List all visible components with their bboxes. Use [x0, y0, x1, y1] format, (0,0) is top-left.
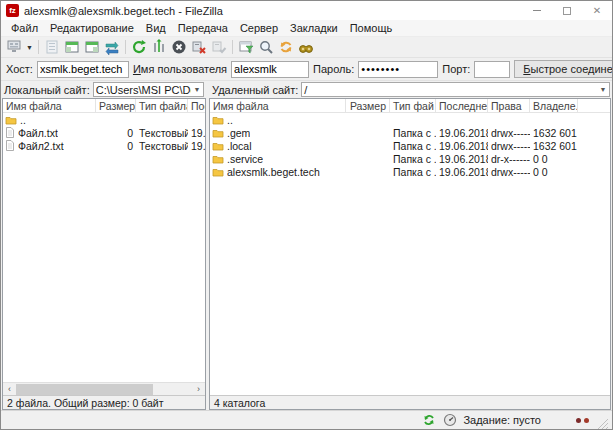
remote-site-bar: Удаленный сайт: / ▼	[206, 82, 612, 97]
host-label: Хост:	[6, 63, 33, 75]
table-row[interactable]: alexsmlk.beget.tech Папка с ... 19.06.20…	[210, 165, 610, 178]
maximize-icon	[563, 7, 571, 15]
reconnect-icon[interactable]	[209, 38, 229, 56]
host-input[interactable]	[37, 61, 129, 78]
remote-list-header: Имя файла Размер Тип фай Последнее... Пр…	[210, 99, 610, 113]
quickconnect-button[interactable]: Быстрое соединение	[514, 60, 613, 78]
table-row[interactable]: ..	[210, 113, 610, 126]
filezilla-logo-icon: fz	[6, 4, 19, 17]
local-site-label: Локальный сайт:	[4, 84, 90, 96]
folder-icon	[212, 115, 224, 125]
quickconnect-bar: Хост: Имя пользователя Пароль: Порт: Быс…	[1, 58, 612, 81]
toggle-log-icon[interactable]	[42, 38, 62, 56]
scrollbar-thumb[interactable]	[16, 384, 153, 395]
remote-site-label: Удаленный сайт:	[212, 84, 298, 96]
remote-file-list[interactable]: .. .gem Папка с ... 19.06.2018 ... drwx-…	[210, 113, 610, 395]
remote-col-modified[interactable]: Последнее...	[436, 99, 488, 112]
disconnect-icon[interactable]	[189, 38, 209, 56]
chevron-down-icon[interactable]: ▼	[597, 86, 609, 93]
local-col-name[interactable]: Имя файла	[3, 99, 96, 112]
table-row[interactable]: ..	[3, 113, 205, 126]
titlebar: fz alexsmlk@alexsmlk.beget.tech - FileZi…	[1, 1, 612, 20]
remote-col-size[interactable]: Размер	[346, 99, 390, 112]
led-icon	[576, 418, 581, 423]
directory-compare-icon[interactable]	[256, 38, 276, 56]
maximize-button[interactable]	[552, 1, 582, 20]
table-row[interactable]: Файл2.txt 0 Текстовый ... 19.06.2018 16	[3, 139, 205, 152]
port-label: Порт:	[442, 63, 470, 75]
local-file-list[interactable]: .. Файл.txt 0 Текстовый ... 19.06.2018 1…	[3, 113, 205, 382]
menu-server[interactable]: Сервер	[234, 21, 284, 35]
local-horizontal-scrollbar[interactable]: ‹ ›	[3, 382, 205, 395]
table-row[interactable]: .service Папка с ... 19.06.2018 ... dr-x…	[210, 152, 610, 165]
filter-icon[interactable]	[236, 38, 256, 56]
menu-view[interactable]: Вид	[140, 21, 172, 35]
menu-edit[interactable]: Редактирование	[44, 21, 140, 35]
remote-path-value: /	[302, 84, 597, 96]
speed-limit-icon[interactable]	[442, 412, 458, 428]
scroll-right-icon[interactable]: ›	[192, 383, 205, 396]
remote-col-name[interactable]: Имя файла	[210, 99, 346, 112]
local-site-bar: Локальный сайт: C:\Users\MSI PC\Desktop\…	[1, 82, 206, 97]
refresh-icon[interactable]	[129, 38, 149, 56]
cancel-icon[interactable]	[169, 38, 189, 56]
remote-col-owner[interactable]: Владеле...	[530, 99, 578, 112]
local-col-modified[interactable]: Последнее и	[188, 99, 205, 112]
site-path-row: Локальный сайт: C:\Users\MSI PC\Desktop\…	[1, 81, 612, 98]
local-path-combo[interactable]: C:\Users\MSI PC\Desktop\статья\ ▼	[93, 82, 204, 97]
table-row[interactable]: Файл.txt 0 Текстовый ... 19.06.2018 16	[3, 126, 205, 139]
menu-transfer[interactable]: Передача	[172, 21, 234, 35]
synchronized-browsing-icon[interactable]	[276, 38, 296, 56]
transfer-indicator-leds	[576, 418, 589, 423]
password-label: Пароль:	[313, 63, 354, 75]
filezilla-window: fz alexsmlk@alexsmlk.beget.tech - FileZi…	[0, 0, 613, 430]
table-row[interactable]: .local Папка с ... 19.06.2018 ... drwx--…	[210, 139, 610, 152]
local-list-header: Имя файла Размер Тип файла Последнее и	[3, 99, 205, 113]
port-input[interactable]	[474, 61, 510, 78]
queue-status-label: Задание: пусто	[463, 414, 541, 426]
site-manager-icon[interactable]	[4, 38, 24, 56]
local-col-type[interactable]: Тип файла	[136, 99, 188, 112]
remote-path-combo[interactable]: / ▼	[301, 82, 610, 97]
find-files-icon[interactable]	[296, 38, 316, 56]
menu-bookmarks[interactable]: Закладки	[284, 21, 344, 35]
led-icon	[584, 418, 589, 423]
username-label: Имя пользователя	[133, 63, 227, 75]
folder-icon	[5, 115, 17, 125]
toggle-local-tree-icon[interactable]	[62, 38, 82, 56]
local-col-size[interactable]: Размер	[96, 99, 136, 112]
remote-col-permissions[interactable]: Права	[488, 99, 530, 112]
toolbar: ▼	[1, 37, 612, 58]
menu-help[interactable]: Помощь	[344, 21, 399, 35]
remote-panel: Имя файла Размер Тип фай Последнее... Пр…	[209, 98, 611, 410]
chevron-down-icon[interactable]: ▼	[191, 86, 203, 93]
table-row[interactable]: .gem Папка с ... 19.06.2018 ... drwx----…	[210, 126, 610, 139]
site-manager-dropdown-icon[interactable]: ▼	[24, 38, 35, 56]
username-input[interactable]	[231, 61, 309, 78]
menubar: Файл Редактирование Вид Передача Сервер …	[1, 20, 612, 37]
minimize-icon	[533, 10, 541, 11]
remote-status-text: 4 каталога	[210, 395, 610, 409]
folder-icon	[212, 154, 224, 164]
local-status-text: 2 файла. Общий размер: 0 байт	[3, 395, 205, 409]
password-input[interactable]	[358, 61, 438, 78]
remote-col-type[interactable]: Тип фай	[390, 99, 436, 112]
folder-icon	[212, 128, 224, 138]
scroll-left-icon[interactable]: ‹	[3, 383, 16, 396]
close-icon: ✕	[593, 6, 601, 16]
local-path-value: C:\Users\MSI PC\Desktop\статья\	[94, 84, 191, 96]
folder-icon	[212, 141, 224, 151]
statusbar: Задание: пусто	[1, 410, 612, 429]
local-panel: Имя файла Размер Тип файла Последнее и .…	[2, 98, 206, 410]
minimize-button[interactable]	[522, 1, 552, 20]
resize-grip[interactable]	[598, 419, 608, 429]
toggle-remote-tree-icon[interactable]	[82, 38, 102, 56]
file-icon	[5, 127, 15, 138]
toggle-queue-icon[interactable]	[102, 38, 122, 56]
window-title: alexsmlk@alexsmlk.beget.tech - FileZilla	[24, 5, 522, 17]
process-queue-icon[interactable]	[149, 38, 169, 56]
sync-browsing-status-icon[interactable]	[421, 412, 437, 428]
close-button[interactable]: ✕	[582, 1, 612, 20]
file-panels: Имя файла Размер Тип файла Последнее и .…	[1, 98, 612, 410]
menu-file[interactable]: Файл	[5, 21, 44, 35]
